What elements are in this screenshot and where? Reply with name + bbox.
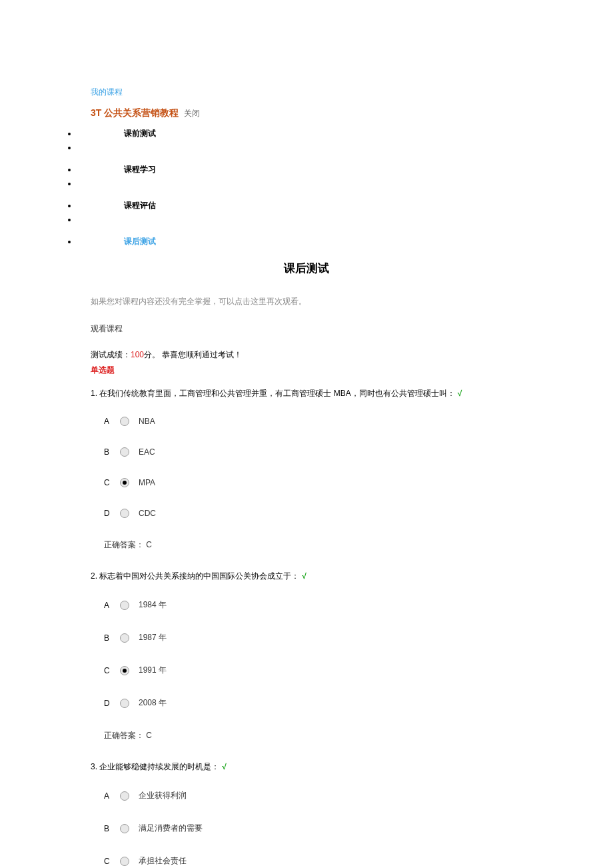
course-line: 3T 公共关系营销教程 关闭 <box>91 107 522 119</box>
nav-item[interactable]: 课后测试 <box>77 231 522 251</box>
option-letter: B <box>104 824 111 833</box>
radio-button[interactable] <box>120 791 129 801</box>
correct-answer: 正确答案： C <box>91 730 522 741</box>
option-row[interactable]: A1984 年 <box>104 599 522 611</box>
check-mark-icon: √ <box>458 389 462 398</box>
radio-button[interactable] <box>120 633 129 643</box>
radio-button[interactable] <box>120 417 129 426</box>
option-row[interactable]: ANBA <box>104 417 522 426</box>
option-row[interactable]: C1991 年 <box>104 665 522 676</box>
radio-button[interactable] <box>120 478 129 487</box>
score-unit: 分。 <box>144 350 160 359</box>
option-text: 2008 年 <box>139 697 167 709</box>
option-letter: B <box>104 633 111 643</box>
radio-button[interactable] <box>120 699 129 708</box>
nav-item-label: 课程评估 <box>124 201 156 209</box>
review-note: 如果您对课程内容还没有完全掌握，可以点击这里再次观看。 <box>91 296 522 307</box>
option-row[interactable]: DCDC <box>104 509 522 518</box>
course-nav: 课前测试课程学习课程评估课后测试 <box>77 123 522 251</box>
option-letter: C <box>104 478 111 487</box>
option-text: MPA <box>139 478 155 487</box>
options: ANBABEACCMPADCDC <box>91 417 522 518</box>
option-letter: A <box>104 417 111 426</box>
option-letter: C <box>104 666 111 675</box>
nav-spacer <box>77 215 522 231</box>
check-mark-icon: √ <box>302 571 306 581</box>
breadcrumb[interactable]: 我的课程 <box>91 87 522 98</box>
watch-course-link[interactable]: 观看课程 <box>91 323 522 335</box>
question-title: 3. 企业能够稳健持续发展的时机是：√ <box>91 761 522 773</box>
nav-item[interactable]: 课程评估 <box>77 195 522 215</box>
options: A企业获得利润B满足消费者的需要C承担社会责任D以上三方面最佳均衡时 <box>91 790 522 868</box>
option-text: 1987 年 <box>139 632 167 643</box>
radio-button[interactable] <box>120 601 129 610</box>
question: 3. 企业能够稳健持续发展的时机是：√A企业获得利润B满足消费者的需要C承担社会… <box>91 761 522 868</box>
question-text: 标志着中国对公共关系接纳的中国国际公关协会成立于： <box>99 571 299 581</box>
option-text: 满足消费者的需要 <box>139 823 203 834</box>
check-mark-icon: √ <box>222 762 227 771</box>
question-number: 3. <box>91 762 99 771</box>
option-text: CDC <box>139 509 156 518</box>
score-line: 测试成绩：100分。 恭喜您顺利通过考试！ <box>91 349 522 361</box>
nav-item[interactable]: 课前测试 <box>77 123 522 143</box>
nav-spacer <box>77 179 522 195</box>
score-value: 100 <box>131 350 144 359</box>
nav-spacer <box>77 143 522 159</box>
option-row[interactable]: BEAC <box>104 447 522 457</box>
options: A1984 年B1987 年C1991 年D2008 年 <box>91 599 522 709</box>
option-text: EAC <box>139 447 155 457</box>
question-title: 2. 标志着中国对公共关系接纳的中国国际公关协会成立于：√ <box>91 571 522 582</box>
question-text: 在我们传统教育里面，工商管理和公共管理并重，有工商管理硕士 MBA，同时也有公共… <box>99 389 454 398</box>
option-letter: A <box>104 791 111 801</box>
option-text: 1991 年 <box>139 665 167 676</box>
option-row[interactable]: D2008 年 <box>104 697 522 709</box>
option-row[interactable]: A企业获得利润 <box>104 790 522 801</box>
nav-item[interactable]: 课程学习 <box>77 159 522 179</box>
radio-button[interactable] <box>120 447 129 457</box>
option-text: NBA <box>139 417 155 426</box>
option-row[interactable]: B1987 年 <box>104 632 522 643</box>
question-number: 1. <box>91 389 99 398</box>
correct-answer: 正确答案： C <box>91 539 522 551</box>
radio-button[interactable] <box>120 857 129 866</box>
radio-button[interactable] <box>120 509 129 518</box>
option-letter: A <box>104 601 111 610</box>
nav-item-label: 课程学习 <box>124 165 156 173</box>
single-choice-label: 单选题 <box>91 365 522 376</box>
option-letter: D <box>104 509 111 518</box>
question-text: 企业能够稳健持续发展的时机是： <box>99 762 219 771</box>
nav-item-label: 课后测试 <box>124 237 156 245</box>
question: 1. 在我们传统教育里面，工商管理和公共管理并重，有工商管理硕士 MBA，同时也… <box>91 388 522 551</box>
question-number: 2. <box>91 571 99 581</box>
radio-button[interactable] <box>120 666 129 675</box>
score-prefix: 测试成绩： <box>91 350 131 359</box>
question-title: 1. 在我们传统教育里面，工商管理和公共管理并重，有工商管理硕士 MBA，同时也… <box>91 388 522 399</box>
page-title: 课后测试 <box>91 261 522 276</box>
question: 2. 标志着中国对公共关系接纳的中国国际公关协会成立于：√A1984 年B198… <box>91 571 522 741</box>
option-text: 企业获得利润 <box>139 790 187 801</box>
close-button[interactable]: 关闭 <box>184 109 200 118</box>
option-row[interactable]: C承担社会责任 <box>104 855 522 867</box>
option-letter: C <box>104 857 111 866</box>
nav-item-label: 课前测试 <box>124 129 156 137</box>
course-title: 3T 公共关系营销教程 <box>91 107 179 118</box>
option-text: 承担社会责任 <box>139 855 187 867</box>
score-congrats: 恭喜您顺利通过考试！ <box>160 350 242 359</box>
option-row[interactable]: CMPA <box>104 478 522 487</box>
option-letter: D <box>104 699 111 708</box>
radio-button[interactable] <box>120 824 129 833</box>
option-row[interactable]: B满足消费者的需要 <box>104 823 522 834</box>
option-text: 1984 年 <box>139 599 167 611</box>
option-letter: B <box>104 447 111 457</box>
